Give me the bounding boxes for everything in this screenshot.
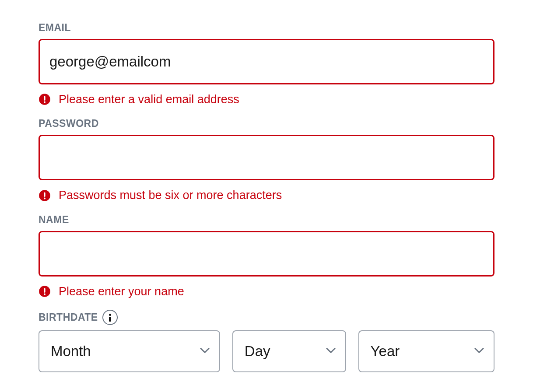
name-label-text: NAME xyxy=(39,214,69,226)
name-error-text: Please enter your name xyxy=(59,284,184,298)
chevron-down-icon xyxy=(200,347,210,355)
email-label: EMAIL xyxy=(39,22,494,34)
name-label: NAME xyxy=(39,214,494,226)
email-error-text: Please enter a valid email address xyxy=(59,92,239,106)
birthdate-day-select[interactable]: Day xyxy=(232,330,346,372)
email-input[interactable] xyxy=(39,39,494,84)
name-error-row: Please enter your name xyxy=(39,284,494,298)
password-group: PASSWORD Passwords must be six or more c… xyxy=(39,118,494,202)
svg-rect-4 xyxy=(44,192,45,197)
svg-rect-7 xyxy=(44,288,45,293)
password-error-row: Passwords must be six or more characters xyxy=(39,188,494,202)
password-label: PASSWORD xyxy=(39,118,494,130)
error-icon xyxy=(39,189,51,202)
birthdate-month-select[interactable]: Month xyxy=(39,330,220,372)
birthdate-row: Month Day Year xyxy=(39,330,494,372)
birthdate-label-text: BIRTHDATE xyxy=(39,312,98,323)
email-error-row: Please enter a valid email address xyxy=(39,92,494,106)
error-icon xyxy=(39,93,51,105)
password-input[interactable] xyxy=(39,135,494,180)
chevron-down-icon xyxy=(326,347,336,355)
birthdate-day-text: Day xyxy=(245,343,270,360)
birthdate-year-text: Year xyxy=(371,343,400,360)
error-icon xyxy=(39,285,51,298)
birthdate-month-text: Month xyxy=(51,343,91,360)
name-input[interactable] xyxy=(39,231,494,276)
email-group: EMAIL Please enter a valid email address xyxy=(39,22,494,106)
birthdate-group: BIRTHDATE Month Day Yea xyxy=(39,310,494,372)
name-group: NAME Please enter your name xyxy=(39,214,494,298)
svg-point-5 xyxy=(44,197,46,199)
info-icon[interactable] xyxy=(102,310,118,325)
chevron-down-icon xyxy=(474,347,484,355)
svg-point-8 xyxy=(44,293,46,295)
svg-rect-1 xyxy=(44,96,45,101)
email-label-text: EMAIL xyxy=(39,22,71,34)
password-label-text: PASSWORD xyxy=(39,118,99,130)
password-error-text: Passwords must be six or more characters xyxy=(59,188,282,202)
svg-point-2 xyxy=(44,102,46,103)
birthdate-year-select[interactable]: Year xyxy=(358,330,494,372)
birthdate-label: BIRTHDATE xyxy=(39,310,494,325)
